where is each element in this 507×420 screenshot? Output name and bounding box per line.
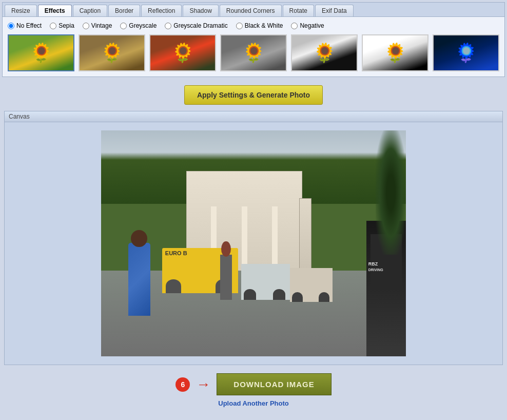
thumb-black-white-img: 🌻: [363, 35, 427, 70]
thumb-negative-img: 🌻: [434, 35, 498, 70]
effect-vintage[interactable]: Vintage: [83, 22, 112, 29]
tab-resize[interactable]: Resize: [5, 5, 37, 16]
arrow-icon: →: [196, 377, 210, 392]
canvas-content: EURO B RBZDRIVING: [5, 122, 502, 365]
apply-button[interactable]: Apply Settings & Generate Photo: [184, 85, 323, 105]
thumb-black-white[interactable]: 🌻: [362, 34, 428, 71]
effect-greyscale-dramatic-label: Greyscale Dramatic: [173, 22, 227, 29]
tab-shadow[interactable]: Shadow: [183, 5, 218, 16]
effect-no-effect-label: No Effect: [16, 22, 42, 29]
thumb-greyscale-dramatic[interactable]: 🌻: [291, 34, 358, 71]
effect-no-effect-radio[interactable]: [8, 23, 14, 29]
tab-exif-data[interactable]: Exif Data: [315, 5, 354, 16]
upload-link-area: Upload Another Photo: [2, 399, 505, 413]
effect-sepia-label: Sepia: [59, 22, 74, 29]
thumb-sepia[interactable]: 🌻: [79, 34, 145, 71]
thumb-greyscale[interactable]: 🌻: [220, 34, 287, 71]
tab-reflection[interactable]: Reflection: [141, 5, 182, 16]
thumb-vintage[interactable]: 🌻: [149, 34, 216, 71]
step-badge: 6: [176, 377, 190, 392]
thumb-no-effect-img: 🌻: [9, 35, 73, 70]
main-image: EURO B RBZDRIVING: [101, 130, 406, 356]
effect-negative-radio[interactable]: [291, 23, 298, 29]
download-button[interactable]: DOWNLOAD IMAGE: [217, 373, 331, 395]
effect-black-white[interactable]: Black & White: [236, 22, 283, 29]
effect-greyscale-dramatic-radio[interactable]: [165, 23, 171, 29]
thumb-no-effect[interactable]: 🌻: [8, 34, 74, 71]
effect-greyscale[interactable]: Greyscale: [120, 22, 157, 29]
canvas-area: Canvas: [4, 111, 503, 365]
effect-greyscale-label: Greyscale: [129, 22, 157, 29]
effect-negative[interactable]: Negative: [291, 22, 324, 29]
effect-negative-label: Negative: [300, 22, 324, 29]
tab-caption[interactable]: Caption: [73, 5, 107, 16]
effect-vintage-radio[interactable]: [83, 23, 89, 29]
effect-greyscale-dramatic[interactable]: Greyscale Dramatic: [165, 22, 227, 29]
download-area: 6 → DOWNLOAD IMAGE: [2, 365, 505, 399]
effect-greyscale-radio[interactable]: [120, 23, 127, 29]
tab-rotate[interactable]: Rotate: [283, 5, 314, 16]
canvas-label: Canvas: [5, 111, 502, 122]
app-container: Resize Effects Caption Border Reflection…: [0, 0, 507, 415]
scene-car2: [290, 268, 333, 302]
tab-effects[interactable]: Effects: [38, 5, 72, 16]
effect-black-white-label: Black & White: [245, 22, 283, 29]
thumb-sepia-img: 🌻: [80, 35, 144, 70]
apply-area: Apply Settings & Generate Photo: [2, 77, 505, 111]
effect-thumbnails: 🌻 🌻 🌻 🌻 🌻 🌻 🌻: [8, 34, 499, 71]
tab-bar: Resize Effects Caption Border Reflection…: [2, 2, 505, 16]
thumb-vintage-img: 🌻: [150, 35, 215, 70]
tab-border[interactable]: Border: [108, 5, 140, 16]
scene-person2: [220, 255, 232, 300]
scene-tree-right: [376, 130, 406, 255]
thumb-greyscale-dramatic-img: 🌻: [292, 35, 357, 70]
thumb-negative[interactable]: 🌻: [433, 34, 499, 71]
tab-rounded-corners[interactable]: Rounded Corners: [220, 5, 282, 16]
effect-sepia-radio[interactable]: [50, 23, 56, 29]
scene-car1: [241, 264, 290, 300]
thumb-greyscale-img: 🌻: [221, 35, 286, 70]
effect-no-effect[interactable]: No Effect: [8, 22, 42, 29]
scene-person: [126, 230, 153, 316]
effect-black-white-radio[interactable]: [236, 23, 243, 29]
effect-sepia[interactable]: Sepia: [50, 22, 74, 29]
effect-vintage-label: Vintage: [91, 22, 112, 29]
upload-another-link[interactable]: Upload Another Photo: [218, 399, 288, 407]
effects-panel: No Effect Sepia Vintage Greyscale Greysc…: [2, 16, 505, 77]
effects-options: No Effect Sepia Vintage Greyscale Greysc…: [8, 22, 499, 29]
